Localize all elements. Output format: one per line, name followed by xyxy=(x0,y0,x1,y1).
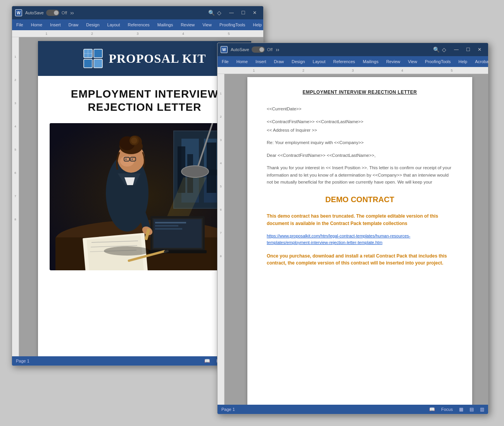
menu-layout-2[interactable]: Layout xyxy=(311,58,328,65)
doc-title-line2: REJECTION LETTER xyxy=(54,101,236,114)
menu-acrobat-2[interactable]: Acrobat xyxy=(473,58,488,65)
read-mode-icon-1[interactable]: 📖 xyxy=(204,358,210,364)
demo-text-2: Once you purchase, download and install … xyxy=(267,253,453,267)
word-icon-1: W xyxy=(15,9,22,16)
menu-draw-2[interactable]: Draw xyxy=(272,58,286,65)
proposal-kit-logo xyxy=(83,48,103,69)
autosave-toggle-1[interactable] xyxy=(46,10,59,16)
cover-illustration xyxy=(50,123,240,270)
menu-help-2[interactable]: Help xyxy=(457,58,469,65)
title-bar-1: W AutoSave Off ›› 🔍 ◇ — ☐ ✕ xyxy=(12,6,263,19)
svg-rect-2 xyxy=(84,59,92,68)
autosave-label-1: AutoSave xyxy=(25,10,44,15)
minimize-btn-2[interactable]: — xyxy=(451,45,462,54)
doc-title-line1: EMPLOYMENT INTERVIEW xyxy=(54,88,236,101)
layout-icon-4[interactable]: ▦ xyxy=(459,407,463,412)
close-btn-1[interactable]: ✕ xyxy=(249,9,260,17)
minimize-btn-1[interactable]: — xyxy=(226,9,237,17)
demo-link[interactable]: https://www.proposalkit.com/htm/legal-co… xyxy=(267,233,453,246)
menu-view-1[interactable]: View xyxy=(200,21,214,28)
search-btn-2[interactable]: 🔍 xyxy=(433,46,440,53)
win-controls-1: — ☐ ✕ xyxy=(226,9,260,17)
menu-insert-1[interactable]: Insert xyxy=(48,21,63,28)
maximize-btn-2[interactable]: ☐ xyxy=(463,45,473,54)
menu-home-2[interactable]: Home xyxy=(235,58,250,65)
page-number-2: Page 1 xyxy=(221,407,235,412)
ribbon-1: File Home Insert Draw Design Layout Refe… xyxy=(12,19,263,30)
recipient-address: << Address of Inquirer >> xyxy=(267,127,453,134)
menu-mailings-2[interactable]: Mailings xyxy=(361,58,380,65)
ruler-h-1: 1 2 3 4 5 xyxy=(12,30,263,37)
menu-draw-1[interactable]: Draw xyxy=(67,21,81,28)
svg-rect-23 xyxy=(154,219,202,248)
demo-title: DEMO CONTRACT xyxy=(267,193,453,206)
menu-review-2[interactable]: Review xyxy=(384,58,402,65)
word-icon-2: W xyxy=(221,46,228,53)
menu-proofing-1[interactable]: ProofingTools xyxy=(217,21,247,28)
menu-design-2[interactable]: Design xyxy=(290,58,307,65)
autosave-toggle-2[interactable] xyxy=(252,46,265,53)
search-btn-1[interactable]: 🔍 xyxy=(208,10,215,16)
autosave-label-2: AutoSave xyxy=(231,47,249,52)
demo-text-1: This demo contract has been truncated. T… xyxy=(267,213,453,227)
page-number-1: Page 1 xyxy=(16,359,29,363)
menu-view-2[interactable]: View xyxy=(406,58,419,65)
letter-body: Thank you for your interest in << Insert… xyxy=(267,164,453,186)
layout-icon-6[interactable]: ▥ xyxy=(480,407,484,412)
menu-home-1[interactable]: Home xyxy=(29,21,44,28)
v-ruler-2: 1 2 3 4 5 6 7 8 xyxy=(217,74,224,405)
diamond-btn-2[interactable]: ◇ xyxy=(442,46,446,53)
menu-references-1[interactable]: References xyxy=(126,21,152,28)
svg-point-47 xyxy=(131,158,133,160)
svg-point-41 xyxy=(131,137,137,144)
letter-heading: EMPLOYMENT INTERVIEW REJECTION LETTER xyxy=(267,89,453,96)
more-btn-1[interactable]: ›› xyxy=(70,10,74,16)
demo-section: DEMO CONTRACT This demo contract has bee… xyxy=(267,193,453,267)
close-btn-2[interactable]: ✕ xyxy=(474,45,485,54)
menu-review-1[interactable]: Review xyxy=(179,21,197,28)
page-2: EMPLOYMENT INTERVIEW REJECTION LETTER <<… xyxy=(247,77,472,405)
menu-file-1[interactable]: File xyxy=(14,21,25,28)
svg-point-46 xyxy=(125,158,127,160)
toggle-state-2: Off xyxy=(267,47,273,52)
status-bar-2: Page 1 📖 Focus ▦ ▤ ▥ xyxy=(217,405,488,414)
menu-help-1[interactable]: Help xyxy=(251,21,264,28)
recipient-name: <<ContractFirstName>> <<ContractLastName… xyxy=(267,118,453,125)
svg-rect-25 xyxy=(155,225,178,227)
ruler-h-2: 1 2 3 4 5 xyxy=(217,67,488,74)
svg-rect-14 xyxy=(207,143,216,193)
menu-file-2[interactable]: File xyxy=(220,58,231,65)
maximize-btn-1[interactable]: ☐ xyxy=(238,9,249,17)
ribbon-2: File Home Insert Draw Design Layout Refe… xyxy=(217,56,488,67)
svg-rect-1 xyxy=(94,49,102,58)
menu-design-1[interactable]: Design xyxy=(84,21,101,28)
menu-proofing-2[interactable]: ProofingTools xyxy=(423,58,453,65)
svg-point-19 xyxy=(181,166,209,177)
svg-point-50 xyxy=(104,246,150,256)
svg-rect-26 xyxy=(155,228,182,230)
read-mode-icon-2[interactable]: 📖 xyxy=(429,407,435,412)
layout-icon-5[interactable]: ▤ xyxy=(469,407,474,412)
brand-name: PROPOSAL KIT xyxy=(109,52,206,66)
letter-content: EMPLOYMENT INTERVIEW REJECTION LETTER <<… xyxy=(247,77,472,278)
menu-insert-2[interactable]: Insert xyxy=(254,58,268,65)
menu-references-2[interactable]: References xyxy=(331,58,357,65)
toggle-state-1: Off xyxy=(62,10,67,15)
diamond-btn-1[interactable]: ◇ xyxy=(217,10,221,16)
date-field: <<CurrentDate>> xyxy=(267,105,453,112)
focus-label-2: Focus xyxy=(441,407,453,412)
more-btn-2[interactable]: ›› xyxy=(276,46,279,53)
word-window-2: W AutoSave Off ›› 🔍 ◇ — ☐ ✕ File Home In… xyxy=(217,43,488,414)
svg-rect-24 xyxy=(155,222,186,223)
doc-area-2: 1 2 3 4 5 6 7 8 EMPLOYMENT INTERVIEW REJ… xyxy=(217,74,488,405)
re-line: Re: Your employment inquiry with <<Compa… xyxy=(267,139,453,146)
v-ruler-1: 1 2 3 4 5 6 7 8 xyxy=(12,37,19,356)
win-controls-2: — ☐ ✕ xyxy=(451,45,485,54)
svg-rect-3 xyxy=(94,59,102,68)
salutation: Dear <<ContractFirstName>> <<ContractLas… xyxy=(267,152,453,159)
menu-mailings-1[interactable]: Mailings xyxy=(155,21,175,28)
menu-layout-1[interactable]: Layout xyxy=(105,21,122,28)
title-bar-2: W AutoSave Off ›› 🔍 ◇ — ☐ ✕ xyxy=(217,43,488,56)
